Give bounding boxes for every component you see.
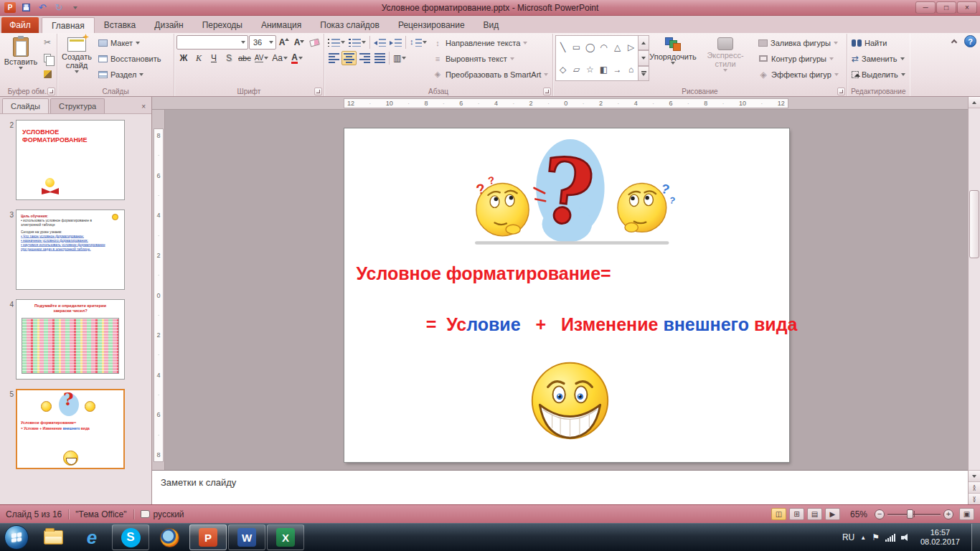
tab-transitions[interactable]: Переходы [193,17,252,33]
tab-view[interactable]: Вид [474,17,509,33]
dialog-launcher-icon[interactable] [314,88,322,95]
shape-outline-button[interactable]: Контур фигуры [755,51,844,66]
layout-button[interactable]: Макет [95,35,171,50]
shape-icon[interactable]: → [611,58,624,80]
font-color-button[interactable]: А [290,51,304,65]
scroll-up-button[interactable] [969,97,980,108]
redo-button[interactable]: ↻ [52,1,65,14]
paste-button[interactable]: Вставить [4,35,38,85]
underline-button[interactable]: Ч [207,51,221,65]
slide-2-thumbnail[interactable]: УСЛОВНОЕ ФОРМАТИРОВАНИЕ [16,120,125,200]
zoom-slider[interactable] [887,509,941,519]
previous-slide-button[interactable]: ∧∧ [969,481,980,493]
shape-icon[interactable]: ╲ [556,36,570,58]
character-spacing-button[interactable]: AV [253,51,270,65]
slide-3-thumbnail[interactable]: Цель обучения: • использовать условное ф… [16,209,125,290]
fit-to-window-button[interactable]: ▣ [959,508,974,520]
tab-slideshow[interactable]: Показ слайдов [311,17,389,33]
shapes-scroll-down-button[interactable] [639,50,649,65]
language-indicator[interactable]: русский [154,509,184,519]
convert-smartart-button[interactable]: ◈Преобразовать в SmartArt [430,67,550,82]
find-button[interactable]: Найти [849,35,889,50]
shape-fill-button[interactable]: Заливка фигуры [755,35,844,50]
shape-icon[interactable]: ◧ [597,58,611,80]
scrollbar-thumb[interactable] [969,190,979,258]
zoom-level[interactable]: 65% [850,509,867,519]
dialog-launcher-icon[interactable] [47,88,55,95]
slide-sorter-view-button[interactable]: ⊞ [789,508,804,520]
taskbar-word-button[interactable]: W [228,524,265,550]
show-desktop-button[interactable] [971,524,980,551]
tab-design[interactable]: Дизайн [145,17,192,33]
reset-button[interactable]: Восстановить [95,51,171,66]
help-button[interactable]: ? [964,35,976,47]
shape-icon[interactable]: ▱ [570,58,583,80]
quick-styles-button[interactable]: Экспресс-стили [697,35,754,85]
align-left-button[interactable] [326,51,341,65]
arrange-button[interactable]: Упорядочить [649,35,697,85]
vertical-scrollbar[interactable]: ∧∧ ∨∨ [968,97,980,504]
maximize-button[interactable]: □ [936,1,956,14]
shape-icon[interactable]: △ [611,36,624,58]
dialog-launcher-icon[interactable] [837,88,845,95]
decrease-indent-button[interactable] [372,35,387,50]
shrink-font-button[interactable]: А [292,35,306,50]
language-switcher[interactable]: RU [842,532,854,542]
strikethrough-button[interactable]: abc [237,51,253,65]
shape-icon[interactable]: ⌂ [624,58,638,80]
tab-slides-panel[interactable]: Слайды [2,98,49,113]
powerpoint-app-icon[interactable]: P [4,2,16,13]
notes-pane[interactable]: Заметки к слайду [152,470,968,504]
volume-icon[interactable] [901,533,912,542]
close-button[interactable]: × [957,1,977,14]
undo-button[interactable]: ↶ [36,1,49,14]
taskbar-excel-button[interactable]: X [267,524,304,550]
save-button[interactable] [19,1,32,14]
slide-4-thumbnail[interactable]: Подумайте и определите критерии закраски… [16,299,125,380]
bullets-button[interactable] [326,35,347,50]
align-center-button[interactable] [341,51,357,65]
columns-button[interactable]: ▥ [392,51,407,65]
slide-formula-text[interactable]: = Условие + Изменение внешнего вида [357,293,798,356]
normal-view-button[interactable]: ◫ [771,508,786,520]
text-shadow-button[interactable]: S [222,51,236,65]
font-size-combobox[interactable]: 36 [249,35,276,50]
new-slide-button[interactable]: Создать слайд [60,35,94,85]
tab-animations[interactable]: Анимация [252,17,311,33]
smiley-image[interactable] [529,359,611,442]
clear-formatting-button[interactable] [307,35,321,50]
clock[interactable]: 16:57 08.02.2017 [920,528,960,547]
select-button[interactable]: Выделить [849,67,908,82]
grow-font-button[interactable]: А [277,35,291,50]
shape-icon[interactable]: ☆ [583,58,597,80]
slideshow-view-button[interactable]: ▶ [825,508,840,520]
network-icon[interactable] [885,533,895,542]
change-case-button[interactable]: Aa [270,51,289,65]
tab-insert[interactable]: Вставка [95,17,146,33]
shape-effects-button[interactable]: ◈Эффекты фигур [755,67,844,82]
bold-button[interactable]: Ж [176,51,191,65]
cut-button[interactable]: ✂ [40,35,55,50]
italic-button[interactable]: К [192,51,206,65]
justify-button[interactable] [372,51,387,65]
scroll-down-button[interactable] [969,470,980,481]
slide-title-text[interactable]: Условное форматирование= [357,263,611,284]
horizontal-ruler[interactable]: 12·10·8·6·4·2·0·2·4·6·8·10·12 [152,97,968,110]
shapes-more-button[interactable] [639,66,649,81]
vertical-ruler[interactable]: 8·6·4·2·0·2·4·6·8 [152,110,165,470]
next-slide-button[interactable]: ∨∨ [969,493,980,504]
minimize-ribbon-button[interactable] [948,35,960,47]
tab-home[interactable]: Главная [42,17,95,33]
align-right-button[interactable] [357,51,372,65]
format-painter-button[interactable] [40,67,55,81]
taskbar-powerpoint-button[interactable]: P [189,524,227,550]
shape-icon[interactable]: ◠ [597,36,611,58]
copy-button[interactable] [40,51,55,65]
zoom-in-button[interactable]: + [943,509,953,519]
align-text-button[interactable]: ≡Выровнять текст [430,51,550,66]
taskbar-explorer-button[interactable] [34,524,72,550]
start-button[interactable] [4,525,29,550]
hidden-icons-button[interactable]: ▲ [860,534,866,541]
tab-file[interactable]: Файл [1,17,39,33]
close-panel-button[interactable]: × [141,103,147,113]
